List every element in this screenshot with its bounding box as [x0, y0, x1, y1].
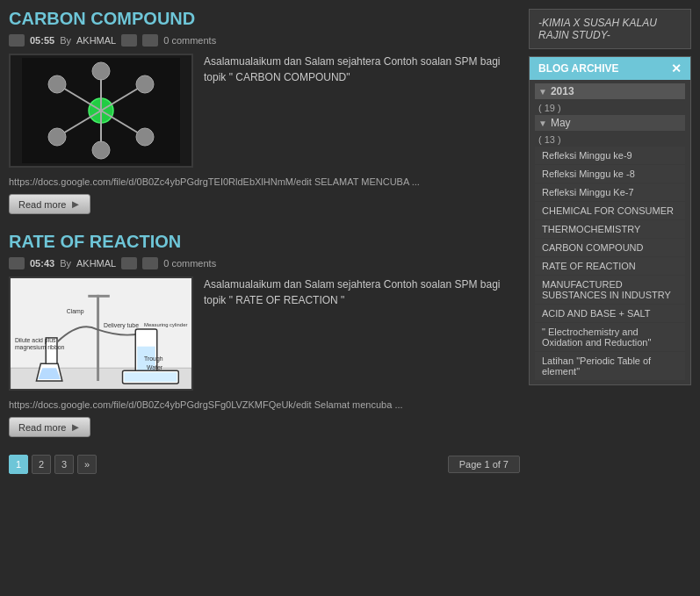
year-label: 2013: [551, 85, 574, 97]
main-content: CARBON COMPOUND 05:55 By AKHMAL 0 commen…: [9, 9, 520, 474]
page-3[interactable]: 3: [54, 455, 74, 474]
svg-text:Delivery tube: Delivery tube: [104, 322, 139, 329]
archive-item-acid-base[interactable]: ACID AND BASE + SALT: [535, 305, 685, 323]
svg-text:Clamp: Clamp: [67, 308, 84, 315]
meta-icon-5: [121, 257, 137, 269]
post-link-reaction: https://docs.google.com/file/d/0B0Zc4ybP…: [9, 399, 520, 410]
svg-rect-19: [97, 295, 99, 381]
archive-month-may[interactable]: ▼ May: [535, 115, 685, 131]
read-more-carbon[interactable]: Read more ►: [9, 194, 90, 214]
blog-archive-label: BLOG ARCHIVE: [538, 62, 619, 75]
page-1[interactable]: 1: [9, 455, 28, 474]
archive-item-2[interactable]: Refleksi Minggu ke -8: [535, 165, 685, 183]
svg-text:Measuring cylinder: Measuring cylinder: [144, 322, 187, 327]
post-title-carbon: CARBON COMPOUND: [9, 9, 520, 29]
post-meta-carbon: 05:55 By AKHMAL 0 comments: [9, 34, 520, 47]
meta-by-2: By: [60, 258, 71, 269]
meta-icon-6: [142, 257, 158, 269]
archive-item-3[interactable]: Refleksi Minggu Ke-7: [535, 183, 685, 202]
archive-item-periodic-table[interactable]: Latihan "Periodic Table of element": [535, 352, 685, 381]
sidebar: -KIMIA X SUSAH KALAU RAJIN STUDY- BLOG A…: [529, 9, 691, 474]
archive-item-1[interactable]: Refleksi Minggu ke-9: [535, 147, 685, 165]
archive-item-rate-reaction[interactable]: RATE OF REACTION: [535, 257, 685, 276]
archive-section: ▼ 2013 ( 19 ) ▼ May ( 13 ) Refleksi Ming…: [530, 80, 690, 384]
archive-item-chemical-consumer[interactable]: CHEMICAL FOR CONSUMER: [535, 202, 685, 220]
read-more-arrow-1: ►: [69, 197, 81, 211]
read-more-reaction[interactable]: Read more ►: [9, 417, 90, 437]
post-image-carbon: [9, 54, 193, 168]
meta-icon-2: [121, 34, 137, 47]
post-meta-reaction: 05:43 By AKHMAL 0 comments: [9, 257, 520, 269]
blog-archive-widget: BLOG ARCHIVE ✕ ▼ 2013 ( 19 ) ▼ May ( 13 …: [529, 56, 691, 385]
post-author-carbon: AKHMAL: [76, 35, 116, 46]
read-more-arrow-2: ►: [69, 420, 81, 434]
svg-text:magnesium ribbon: magnesium ribbon: [15, 344, 65, 351]
post-comments-carbon[interactable]: 0 comments: [163, 35, 216, 46]
archive-item-manufactured[interactable]: MANUFACTURED SUBSTANCES IN INDUSTRY: [535, 276, 685, 305]
post-time-reaction: 05:43: [30, 258, 54, 269]
svg-text:Water: Water: [147, 364, 163, 370]
blog-archive-header: BLOG ARCHIVE ✕: [530, 57, 690, 80]
post-body-carbon: Asalamualaikum dan Salam sejahtera Conto…: [9, 54, 520, 168]
archive-year-2013[interactable]: ▼ 2013: [535, 83, 685, 99]
triangle-icon-month: ▼: [538, 118, 547, 128]
post-excerpt-reaction: Asalamualaikum dan Salam sejahtera Conto…: [204, 276, 520, 391]
svg-point-9: [136, 75, 154, 93]
month-label: May: [551, 117, 571, 129]
archive-item-carbon-compound[interactable]: CARBON COMPOUND: [535, 239, 685, 257]
svg-text:Dilute acid plus: Dilute acid plus: [15, 337, 56, 344]
svg-point-12: [92, 62, 110, 80]
svg-point-8: [48, 75, 66, 93]
post-time-carbon: 05:55: [30, 35, 54, 46]
post-author-reaction: AKHMAL: [76, 258, 116, 269]
close-icon[interactable]: ✕: [671, 61, 682, 75]
svg-text:Trough: Trough: [144, 355, 163, 363]
meta-by-1: By: [60, 35, 71, 46]
post-carbon-compound: CARBON COMPOUND 05:55 By AKHMAL 0 commen…: [9, 9, 520, 214]
page-2[interactable]: 2: [32, 455, 51, 474]
pagination: 1 2 3 » Page 1 of 7: [9, 455, 520, 474]
post-image-reaction: Dilute acid plus magnesium ribbon Measur…: [9, 276, 193, 391]
page-numbers: 1 2 3 »: [9, 455, 97, 474]
month-count: ( 13 ): [535, 133, 685, 147]
svg-rect-24: [124, 372, 177, 382]
archive-item-thermochemistry[interactable]: THERMOCHEMISTRY: [535, 220, 685, 239]
year-count: ( 19 ): [535, 101, 685, 115]
page-next[interactable]: »: [77, 455, 97, 474]
blog-banner: -KIMIA X SUSAH KALAU RAJIN STUDY-: [529, 9, 691, 49]
meta-icon-4: [9, 257, 25, 269]
post-title-reaction: RATE OF REACTION: [9, 232, 520, 252]
post-rate-of-reaction: RATE OF REACTION 05:43 By AKHMAL 0 comme…: [9, 232, 520, 437]
meta-icon-3: [142, 34, 158, 47]
post-excerpt-carbon: Asalamualaikum dan Salam sejahtera Conto…: [204, 54, 520, 168]
svg-point-11: [136, 128, 154, 146]
triangle-icon-year: ▼: [538, 87, 547, 97]
post-body-reaction: Dilute acid plus magnesium ribbon Measur…: [9, 276, 520, 391]
svg-point-10: [48, 128, 66, 146]
post-comments-reaction[interactable]: 0 comments: [163, 258, 216, 269]
post-link-carbon: https://docs.google.com/file/d/0B0Zc4ybP…: [9, 176, 520, 187]
meta-icon-1: [9, 34, 25, 47]
page-info: Page 1 of 7: [448, 456, 520, 473]
archive-item-electrochemistry[interactable]: " Electrochemistry and Oxidation and Red…: [535, 323, 685, 352]
svg-rect-20: [88, 295, 110, 298]
svg-point-13: [92, 141, 110, 159]
